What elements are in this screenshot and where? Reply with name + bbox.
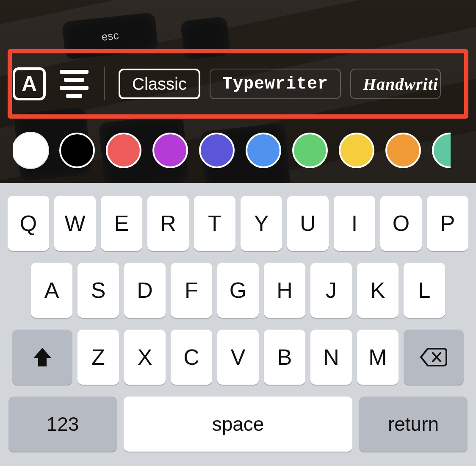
font-option-handwriti[interactable]: Handwriti [350,69,441,99]
return-key[interactable]: return [359,397,468,452]
key-t[interactable]: T [194,196,235,251]
shift-key[interactable] [12,330,72,385]
numbers-key[interactable]: 123 [8,397,117,452]
key-p[interactable]: P [427,196,468,251]
key-e[interactable]: E [101,196,142,251]
key-c[interactable]: C [171,330,212,385]
color-swatch[interactable] [152,133,188,168]
key-m[interactable]: M [357,330,399,385]
font-option-classic[interactable]: Classic [119,69,200,99]
key-a[interactable]: A [31,263,72,318]
color-swatch[interactable] [199,133,235,168]
onscreen-keyboard: QWERTYUIOP ASDFGHJKL ZXCVBNM 123 space r… [0,183,476,466]
space-key-label: space [212,413,264,435]
space-key[interactable]: space [124,397,352,452]
text-align-center-icon[interactable] [58,67,91,100]
color-picker-row [13,131,476,169]
key-v[interactable]: V [217,330,259,385]
key-k[interactable]: K [357,263,399,318]
color-swatch[interactable] [106,133,141,168]
color-swatch[interactable] [432,133,468,168]
color-swatch[interactable] [13,133,48,168]
toolbar-divider [104,67,105,100]
text-background-toggle-icon[interactable]: A [13,67,46,100]
color-swatch[interactable] [59,133,95,168]
key-y[interactable]: Y [241,196,282,251]
color-swatch[interactable] [385,133,421,168]
color-swatch[interactable] [292,133,328,168]
color-swatch[interactable] [246,133,281,168]
key-r[interactable]: R [147,196,189,251]
letter-a-icon: A [22,73,37,94]
key-l[interactable]: L [404,263,445,318]
key-q[interactable]: Q [8,196,49,251]
color-swatch[interactable] [339,133,374,168]
numbers-key-label: 123 [47,413,79,435]
key-z[interactable]: Z [77,330,119,385]
key-d[interactable]: D [124,263,166,318]
key-u[interactable]: U [287,196,329,251]
key-o[interactable]: O [380,196,422,251]
key-h[interactable]: H [264,263,305,318]
return-key-label: return [388,413,439,435]
key-s[interactable]: S [77,263,119,318]
key-f[interactable]: F [171,263,212,318]
key-g[interactable]: G [217,263,259,318]
key-x[interactable]: X [124,330,166,385]
backspace-key[interactable] [404,330,464,385]
text-style-toolbar: A ClassicTypewriterHandwriti [13,65,476,103]
key-b[interactable]: B [264,330,305,385]
font-option-typewriter[interactable]: Typewriter [210,69,341,99]
key-j[interactable]: J [310,263,352,318]
key-i[interactable]: I [334,196,375,251]
key-w[interactable]: W [54,196,96,251]
key-n[interactable]: N [310,330,352,385]
